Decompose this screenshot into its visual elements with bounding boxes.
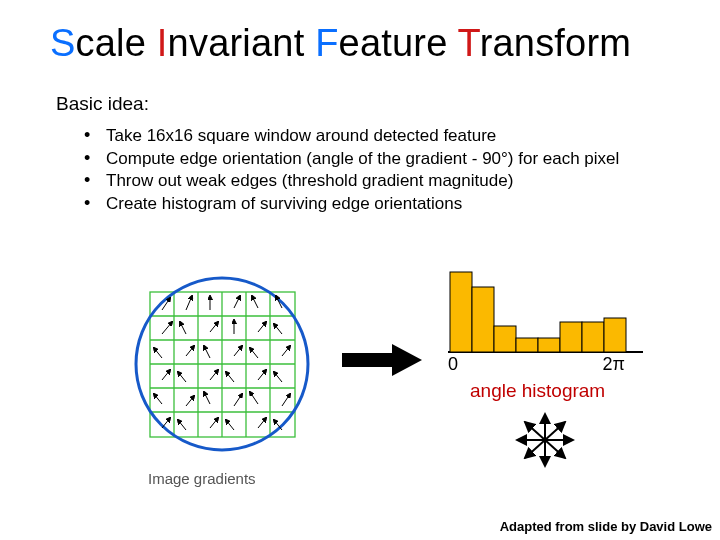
svg-rect-51: [472, 287, 494, 352]
svg-rect-56: [582, 322, 604, 352]
orientation-star-icon: [505, 410, 585, 470]
svg-line-42: [162, 418, 170, 428]
title-letter-f: F: [315, 22, 338, 64]
image-gradients-figure: [120, 262, 325, 467]
svg-line-37: [186, 396, 194, 406]
hist-x-start: 0: [448, 354, 458, 375]
credit-line: Adapted from slide by David Lowe: [500, 519, 712, 534]
title-frag-nvariant: nvariant: [168, 22, 316, 64]
svg-line-24: [154, 348, 162, 358]
svg-rect-54: [538, 338, 560, 352]
transform-arrow-icon: [342, 342, 422, 378]
svg-rect-52: [494, 326, 516, 352]
svg-rect-50: [450, 272, 472, 352]
title-frag-eature: eature: [339, 22, 458, 64]
title-frag-cale: cale: [76, 22, 157, 64]
svg-line-41: [282, 394, 290, 406]
svg-line-46: [258, 418, 266, 428]
svg-line-19: [180, 322, 186, 334]
list-item: Throw out weak edges (threshold gradient…: [106, 170, 680, 193]
svg-line-43: [178, 420, 186, 430]
svg-line-32: [210, 370, 218, 380]
svg-marker-48: [342, 344, 422, 376]
svg-line-34: [258, 370, 266, 380]
hist-x-end: 2π: [603, 354, 625, 375]
svg-line-40: [250, 392, 258, 404]
bullet-list: Take 16x16 square window around detected…: [0, 121, 720, 216]
svg-line-63: [525, 422, 545, 440]
list-item: Compute edge orientation (angle of the g…: [106, 148, 680, 171]
svg-line-65: [525, 440, 545, 458]
list-item: Take 16x16 square window around detected…: [106, 125, 680, 148]
figure-row: Image gradients 0 2π angle histogram: [0, 262, 720, 482]
title-letter-t: T: [458, 22, 480, 64]
svg-rect-55: [560, 322, 582, 352]
svg-line-44: [210, 418, 218, 428]
svg-line-27: [234, 346, 242, 356]
page-title: Scale Invariant Feature Transform: [0, 0, 720, 65]
svg-line-15: [234, 296, 240, 308]
title-letter-s: S: [50, 22, 76, 64]
svg-line-26: [204, 346, 210, 358]
svg-line-25: [186, 346, 194, 356]
svg-line-64: [545, 440, 565, 458]
hist-caption: angle histogram: [470, 380, 605, 402]
svg-rect-53: [516, 338, 538, 352]
image-gradients-caption: Image gradients: [148, 470, 256, 487]
svg-line-31: [178, 372, 186, 382]
svg-line-28: [250, 348, 258, 358]
svg-line-23: [274, 324, 282, 334]
svg-line-13: [186, 296, 192, 310]
svg-line-22: [258, 322, 266, 332]
svg-line-36: [154, 394, 162, 404]
svg-line-33: [226, 372, 234, 382]
svg-rect-57: [604, 318, 626, 352]
svg-line-16: [252, 296, 258, 308]
svg-line-20: [210, 322, 218, 332]
subheading: Basic idea:: [0, 65, 720, 121]
svg-line-35: [274, 372, 282, 382]
svg-line-30: [162, 370, 170, 380]
svg-line-45: [226, 420, 234, 430]
list-item: Create histogram of surviving edge orien…: [106, 193, 680, 216]
title-frag-ransform: ransform: [480, 22, 632, 64]
svg-line-39: [234, 394, 242, 406]
svg-line-62: [545, 422, 565, 440]
svg-line-18: [162, 322, 172, 334]
title-letter-i: I: [157, 22, 168, 64]
svg-line-29: [282, 346, 290, 356]
svg-line-38: [204, 392, 210, 404]
